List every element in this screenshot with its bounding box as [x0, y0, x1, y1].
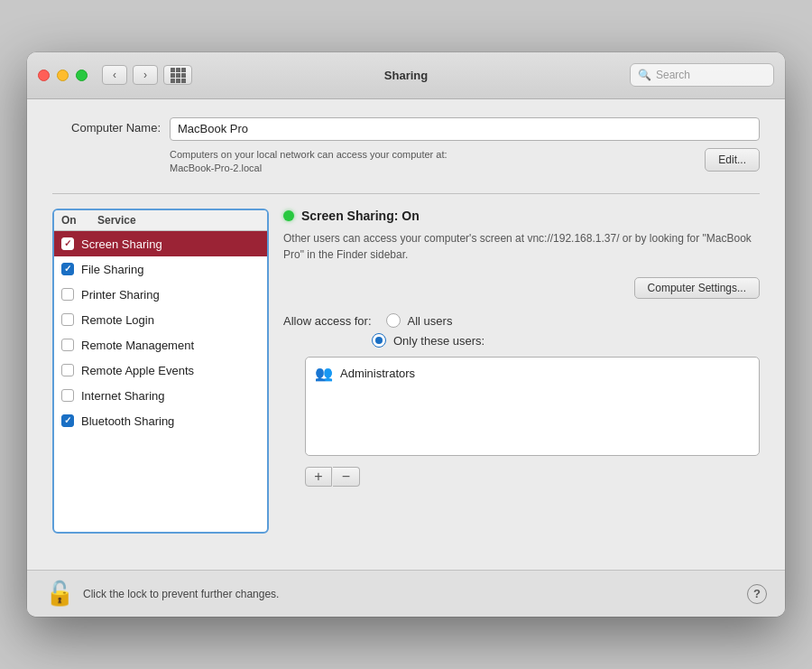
- user-item: 👥Administrators: [306, 361, 759, 386]
- only-users-row: Only these users:: [283, 333, 760, 348]
- service-item[interactable]: File Sharing: [54, 256, 267, 282]
- computer-name-row: Computer Name:: [52, 117, 760, 141]
- local-network-text: Computers on your local network can acce…: [170, 148, 690, 176]
- service-checkbox[interactable]: [61, 288, 74, 301]
- service-list-body: Screen SharingFile SharingPrinter Sharin…: [54, 231, 267, 433]
- footer-text: Click the lock to prevent further change…: [83, 588, 747, 600]
- grid-icon: [171, 68, 186, 83]
- service-name-label: Screen Sharing: [81, 237, 162, 251]
- local-network-info: Computers on your local network can acce…: [170, 148, 690, 176]
- service-item[interactable]: Internet Sharing: [54, 383, 267, 408]
- main-panel: On Service Screen SharingFile SharingPri…: [52, 209, 760, 534]
- add-remove-buttons: + −: [305, 467, 760, 487]
- lock-icon-wrap[interactable]: 🔓: [45, 580, 74, 608]
- computer-name-input[interactable]: [170, 117, 760, 141]
- service-list-header: On Service: [54, 210, 267, 231]
- access-section: Allow access for: All users Only these u…: [283, 313, 760, 487]
- main-content: Computer Name: Computers on your local n…: [27, 99, 785, 553]
- titlebar: ‹ › Sharing 🔍: [27, 52, 785, 99]
- computer-name-field-wrap: [170, 117, 760, 141]
- close-button[interactable]: [38, 70, 50, 81]
- user-name-label: Administrators: [340, 367, 415, 380]
- window-title: Sharing: [384, 69, 428, 82]
- service-checkbox[interactable]: [61, 414, 74, 427]
- footer: 🔓 Click the lock to prevent further chan…: [27, 570, 785, 617]
- minimize-button[interactable]: [57, 70, 69, 81]
- allow-access-label: Allow access for:: [283, 314, 372, 328]
- all-users-label: All users: [408, 314, 453, 328]
- all-users-radio[interactable]: [386, 313, 401, 328]
- service-name-label: File Sharing: [81, 263, 143, 276]
- column-on-header: On: [61, 214, 97, 227]
- service-item[interactable]: Bluetooth Sharing: [54, 408, 267, 433]
- local-network-row: Computers on your local network can acce…: [52, 148, 760, 176]
- service-checkbox[interactable]: [61, 313, 74, 326]
- service-name-label: Remote Apple Events: [81, 364, 194, 377]
- service-name-label: Printer Sharing: [81, 288, 160, 302]
- main-window: ‹ › Sharing 🔍 Computer Name:: [27, 52, 785, 618]
- forward-button[interactable]: ›: [133, 65, 158, 85]
- service-item[interactable]: Remote Apple Events: [54, 358, 267, 383]
- status-description: Other users can access your computer's s…: [283, 230, 760, 263]
- status-dot: [283, 210, 294, 221]
- service-name-label: Remote Login: [81, 313, 154, 327]
- service-list-container: On Service Screen SharingFile SharingPri…: [52, 209, 269, 534]
- nav-buttons: ‹ ›: [102, 65, 158, 85]
- search-box[interactable]: 🔍: [630, 63, 774, 87]
- service-checkbox[interactable]: [61, 364, 74, 376]
- traffic-lights: [38, 70, 88, 81]
- computer-settings-button[interactable]: Computer Settings...: [634, 277, 760, 299]
- search-icon: 🔍: [638, 69, 651, 81]
- service-name-label: Bluetooth Sharing: [81, 414, 174, 428]
- computer-name-label: Computer Name:: [52, 117, 170, 135]
- service-name-label: Internet Sharing: [81, 389, 165, 403]
- user-group-icon: 👥: [315, 365, 333, 382]
- divider: [52, 193, 760, 194]
- service-checkbox[interactable]: [61, 389, 74, 402]
- right-panel: Screen Sharing: On Other users can acces…: [283, 209, 760, 534]
- local-address: MacBook-Pro-2.local: [170, 163, 262, 173]
- maximize-button[interactable]: [76, 70, 88, 81]
- status-title: Screen Sharing: On: [301, 209, 420, 223]
- service-checkbox[interactable]: [61, 339, 74, 351]
- service-item[interactable]: Remote Login: [54, 307, 267, 332]
- service-name-label: Remote Management: [81, 339, 194, 352]
- status-row: Screen Sharing: On: [283, 209, 760, 223]
- service-item[interactable]: Remote Management: [54, 332, 267, 358]
- add-user-button[interactable]: +: [305, 467, 332, 487]
- service-item[interactable]: Printer Sharing: [54, 282, 267, 307]
- only-these-users-label: Only these users:: [393, 334, 484, 348]
- service-checkbox[interactable]: [61, 263, 74, 275]
- users-list-box: 👥Administrators: [305, 357, 760, 456]
- edit-button[interactable]: Edit...: [705, 148, 760, 172]
- column-service-header: Service: [97, 214, 260, 227]
- grid-view-button[interactable]: [163, 65, 192, 85]
- only-these-users-radio[interactable]: [372, 333, 386, 348]
- service-checkbox[interactable]: [61, 237, 74, 250]
- help-button[interactable]: ?: [747, 584, 767, 604]
- service-item[interactable]: Screen Sharing: [54, 231, 267, 256]
- remove-user-button[interactable]: −: [333, 467, 360, 487]
- search-input[interactable]: [656, 69, 766, 81]
- back-button[interactable]: ‹: [102, 65, 127, 85]
- access-label-row: Allow access for: All users: [283, 313, 760, 328]
- lock-icon: 🔓: [45, 580, 74, 607]
